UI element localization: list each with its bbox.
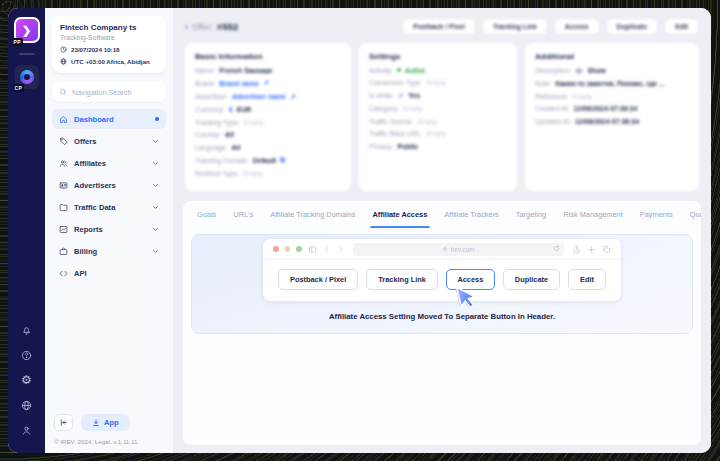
sidebar-item-advertisers[interactable]: Advertisers: [52, 175, 166, 195]
sidebar-item-label: Billing: [74, 247, 97, 256]
address-url: irev.com: [451, 246, 475, 253]
id-card-icon: [59, 181, 68, 190]
sidebar-item-label: Traffic Data: [74, 203, 115, 212]
brand-link[interactable]: Brand name: [219, 80, 259, 87]
company-timezone: UTC +03:00 Africa, Abidjan: [71, 58, 150, 65]
edit-button[interactable]: Edit: [664, 18, 699, 35]
mockup-access-button[interactable]: Access: [446, 269, 495, 290]
settings-gear-icon[interactable]: ⚙: [21, 375, 32, 386]
duplicate-button[interactable]: Duplicate: [606, 18, 659, 35]
sidebar-item-label: Affiliates: [74, 159, 106, 168]
offer-label: Offer:: [192, 22, 213, 32]
offer-id: #552: [217, 21, 238, 32]
activity-status: Active: [405, 67, 426, 74]
language-globe-icon[interactable]: [21, 400, 32, 411]
advertiser-link[interactable]: Advertiser name: [232, 93, 286, 100]
app-switcher-pp[interactable]: ❯ PP: [14, 17, 40, 43]
sidebar-item-traffic-data[interactable]: Traffic Data: [52, 197, 166, 217]
sidebar-item-api[interactable]: API: [52, 263, 166, 283]
card-title: Additional: [535, 52, 689, 61]
traffic-light-zoom: [296, 246, 302, 252]
tab-affiliate-tracking-domains[interactable]: Affiliate Tracking Domains: [270, 201, 355, 228]
collapse-sidebar-button[interactable]: [54, 414, 73, 431]
download-icon: [92, 419, 100, 427]
tab-qualification[interactable]: Qualification: [690, 201, 701, 228]
new-tab-plus-icon[interactable]: [587, 245, 596, 254]
rail-divider: [19, 53, 35, 55]
offer-tabs-section: Goals URL's Affiliate Tracking Domains A…: [183, 201, 701, 445]
external-link-icon: ↗: [290, 93, 296, 101]
chevron-down-icon: [152, 226, 159, 233]
empty-content-area: [183, 334, 701, 445]
address-bar[interactable]: irev.com: [353, 243, 565, 256]
browser-sidebar-icon[interactable]: [308, 245, 317, 254]
navigation-search[interactable]: [52, 82, 166, 102]
sidebar-item-reports[interactable]: Reports: [52, 219, 166, 239]
access-button[interactable]: Access: [554, 18, 600, 35]
mockup-duplicate-button[interactable]: Duplicate: [503, 269, 560, 290]
tab-affiliate-trackers[interactable]: Affiliate Trackers: [444, 201, 499, 228]
timezone-globe-icon: [60, 58, 67, 65]
card-title: Settings: [369, 52, 507, 61]
company-name: Fintech Company ts: [60, 23, 158, 32]
tab-urls[interactable]: URL's: [233, 201, 253, 228]
postback-pixel-button[interactable]: Postback / Pixel: [402, 18, 476, 35]
cp-badge: CP: [13, 84, 25, 92]
tab-targeting[interactable]: Targeting: [516, 201, 546, 228]
browser-forward-icon[interactable]: [337, 245, 345, 253]
sidebar-item-offers[interactable]: Offers: [52, 131, 166, 151]
home-icon: [59, 115, 68, 124]
card-title: Basic Information: [195, 52, 341, 61]
folder-icon: [59, 203, 68, 212]
tab-payments[interactable]: Payments: [640, 201, 673, 228]
company-product: Tracking-Software: [60, 34, 158, 41]
chevron-down-icon: [152, 182, 159, 189]
main-content: ‹ Offer: #552 Postback / Pixel Tracking …: [173, 8, 711, 453]
notifications-bell-icon[interactable]: [21, 325, 32, 336]
chevron-down-icon: [152, 138, 159, 145]
settings-card: Settings Activity:Active Conversion Type…: [359, 43, 517, 191]
search-input[interactable]: [72, 88, 159, 97]
app-button-label: App: [104, 418, 119, 427]
euro-icon: €: [229, 106, 233, 113]
help-icon[interactable]: [21, 350, 32, 361]
sidebar-item-dashboard[interactable]: Dashboard: [52, 109, 166, 129]
mockup-postback-pixel-button[interactable]: Postback / Pixel: [278, 269, 358, 290]
sidebar-item-affiliates[interactable]: Affiliates: [52, 153, 166, 173]
browser-back-icon[interactable]: [323, 245, 331, 253]
sidebar-item-label: Advertisers: [74, 181, 116, 190]
sidebar-item-label: Reports: [74, 225, 103, 234]
browser-mockup: irev.com Postback / Pixel Tracking Link …: [263, 239, 621, 301]
chevron-down-icon: [152, 204, 159, 211]
clock-icon: [60, 46, 67, 53]
offer-name-value: French Sausage: [219, 67, 272, 74]
sidebar-item-label: Dashboard: [74, 115, 114, 124]
mockup-tracking-link-button[interactable]: Tracking Link: [366, 269, 438, 290]
copy-icon[interactable]: ⧉: [280, 156, 285, 164]
note-value: Какая-то заметка. Похоже, где ...: [555, 80, 664, 87]
eye-icon: [575, 67, 583, 75]
tracking-link-button[interactable]: Tracking Link: [482, 18, 548, 35]
tab-goals[interactable]: Goals: [197, 201, 216, 228]
tab-overview-icon[interactable]: [602, 245, 611, 254]
company-card[interactable]: Fintech Company ts Tracking-Software 23/…: [52, 16, 166, 73]
app-download-button[interactable]: App: [81, 414, 130, 431]
mockup-edit-button[interactable]: Edit: [568, 269, 606, 290]
profile-user-icon[interactable]: [21, 425, 32, 436]
app-switcher-cp[interactable]: CP: [15, 65, 39, 89]
sidebar-item-billing[interactable]: Billing: [52, 241, 166, 261]
refresh-icon[interactable]: [553, 245, 560, 252]
sidebar-nav: Dashboard Offers Affiliates Advertisers: [52, 109, 166, 283]
tab-risk-management[interactable]: Risk Management: [563, 201, 623, 228]
sidebar-item-label: Offers: [74, 137, 96, 146]
feature-caption: Affiliate Access Setting Moved To Separa…: [192, 312, 692, 321]
code-icon: [59, 269, 68, 278]
tab-affiliate-access[interactable]: Affiliate Access: [373, 201, 428, 228]
sidebar-item-label: API: [74, 269, 87, 278]
share-icon[interactable]: [572, 245, 581, 254]
back-chevron-icon[interactable]: ‹: [185, 22, 188, 32]
chart-icon: [59, 225, 68, 234]
tag-icon: [59, 137, 68, 146]
sidebar: Fintech Company ts Tracking-Software 23/…: [45, 8, 173, 453]
chevron-down-icon: [152, 248, 159, 255]
